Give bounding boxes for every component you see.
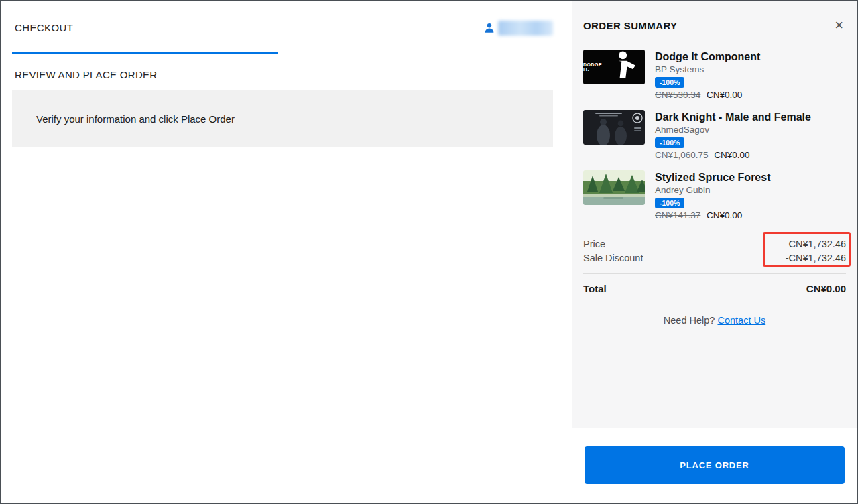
dark-knight-art	[583, 110, 645, 145]
item-info: Dodge It Component BP Systems -100% CN¥5…	[655, 50, 760, 100]
help-line: Need Help? Contact Us	[583, 315, 846, 326]
total-row: Total CN¥0.00	[583, 273, 846, 303]
dodge-figure-icon	[606, 50, 645, 84]
contact-us-link[interactable]: Contact Us	[717, 315, 765, 326]
discount-value: -CN¥1,732.46	[786, 251, 846, 265]
thumbnail-label: DODGE IT.	[583, 62, 602, 72]
order-summary-body: ORDER SUMMARY × DODGE IT. Dodge It Compo…	[572, 1, 857, 428]
item-author: AhmedSagov	[655, 125, 811, 135]
item-info: Stylized Spruce Forest Andrey Gubin -100…	[655, 170, 771, 220]
item-price-line: CN¥530.34 CN¥0.00	[655, 90, 760, 100]
place-order-button[interactable]: PLACE ORDER	[585, 446, 845, 484]
user-name-redacted	[498, 21, 553, 36]
item-final-price: CN¥0.00	[714, 150, 749, 160]
price-breakdown: Price CN¥1,732.46 Sale Discount -CN¥1,73…	[583, 231, 846, 273]
active-tab-indicator	[12, 52, 278, 54]
item-author: BP Systems	[655, 64, 760, 74]
help-text: Need Help?	[664, 315, 715, 326]
total-value: CN¥0.00	[806, 283, 846, 294]
user-chip[interactable]	[483, 21, 553, 36]
cart-item: DODGE IT. Dodge It Component BP Systems …	[583, 50, 846, 100]
item-original-price: CN¥1,060.75	[655, 150, 709, 160]
order-summary-title: ORDER SUMMARY	[583, 20, 677, 32]
checkout-tab[interactable]: CHECKOUT	[12, 22, 73, 34]
price-row: Price CN¥1,732.46	[583, 237, 846, 251]
cart-item: Stylized Spruce Forest Andrey Gubin -100…	[583, 170, 846, 220]
cart-item: Dark Knight - Male and Female AhmedSagov…	[583, 110, 846, 160]
discount-badge: -100%	[655, 77, 684, 88]
panel-footer: PLACE ORDER	[572, 428, 857, 503]
item-price-line: CN¥1,060.75 CN¥0.00	[655, 150, 811, 160]
discount-badge: -100%	[655, 137, 684, 148]
verify-info-box: Verify your information and click Place …	[12, 90, 553, 147]
total-label: Total	[583, 283, 607, 294]
item-final-price: CN¥0.00	[707, 210, 742, 220]
close-icon[interactable]: ×	[832, 17, 846, 34]
discount-label: Sale Discount	[583, 251, 643, 265]
item-info: Dark Knight - Male and Female AhmedSagov…	[655, 110, 811, 160]
item-thumbnail-spruce-forest	[583, 170, 645, 205]
item-thumbnail-dark-knight	[583, 110, 645, 145]
forest-art	[583, 170, 645, 205]
item-final-price: CN¥0.00	[707, 90, 742, 100]
item-thumbnail-dodge-it: DODGE IT.	[583, 50, 645, 84]
checkout-main: CHECKOUT REVIEW AND PLACE ORDER Verify y…	[1, 1, 572, 503]
item-original-price: CN¥141.37	[655, 210, 700, 220]
verify-message: Verify your information and click Place …	[36, 113, 235, 125]
discount-row: Sale Discount -CN¥1,732.46	[583, 251, 846, 265]
item-original-price: CN¥530.34	[655, 90, 700, 100]
review-section-title: REVIEW AND PLACE ORDER	[12, 69, 553, 80]
discount-badge: -100%	[655, 198, 684, 208]
item-title: Dark Knight - Male and Female	[655, 111, 811, 124]
price-label: Price	[583, 237, 605, 251]
price-value: CN¥1,732.46	[789, 237, 846, 251]
item-title: Stylized Spruce Forest	[655, 171, 771, 184]
item-title: Dodge It Component	[655, 50, 760, 64]
item-price-line: CN¥141.37 CN¥0.00	[655, 210, 771, 220]
order-summary-header: ORDER SUMMARY ×	[583, 1, 846, 50]
user-icon	[483, 22, 495, 34]
checkout-page: CHECKOUT REVIEW AND PLACE ORDER Verify y…	[0, 0, 858, 504]
checkout-header: CHECKOUT	[12, 1, 553, 54]
order-summary-panel: ORDER SUMMARY × DODGE IT. Dodge It Compo…	[572, 1, 857, 503]
item-author: Andrey Gubin	[655, 185, 771, 195]
